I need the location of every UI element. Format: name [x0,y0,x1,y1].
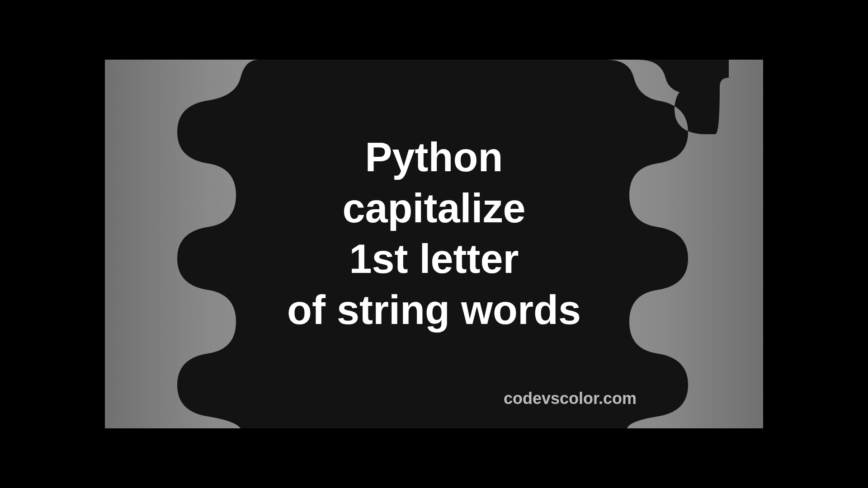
banner-title: Python capitalize 1st letter of string w… [105,132,763,335]
watermark-text: codevscolor.com [504,389,637,408]
hero-banner: Python capitalize 1st letter of string w… [105,60,763,428]
